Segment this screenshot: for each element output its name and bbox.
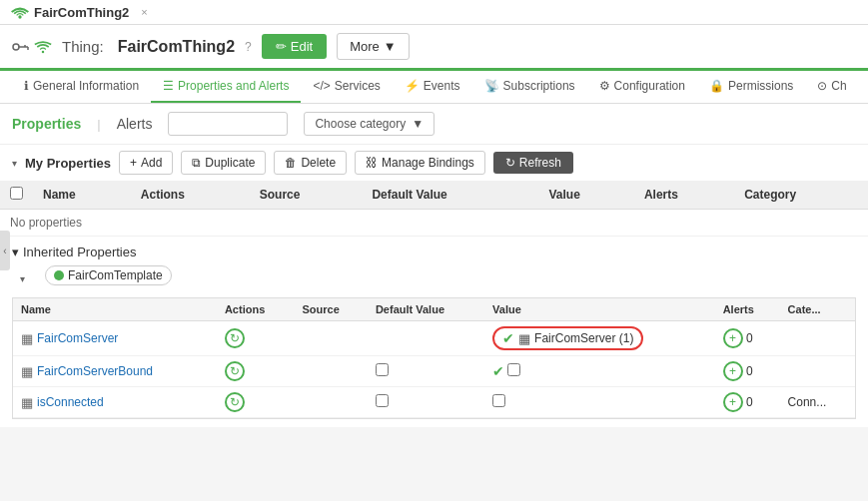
delete-icon: 🗑 [285, 156, 297, 170]
row-name-link[interactable]: ▦ isConnected [21, 395, 209, 410]
add-alert-icon[interactable]: + [723, 392, 743, 412]
my-properties-section-header: ▾ My Properties + Add ⧉ Duplicate 🗑 Dele… [0, 145, 868, 181]
add-alert-icon[interactable]: + [723, 361, 743, 381]
tab-properties-label: Properties and Alerts [178, 79, 289, 93]
template-dot-icon [54, 270, 64, 280]
tab-permissions[interactable]: 🔒 Permissions [697, 71, 805, 103]
action-refresh-icon[interactable]: ↻ [225, 392, 245, 412]
row-name-link[interactable]: ▦ FairComServerBound [21, 364, 209, 379]
search-input[interactable] [168, 112, 288, 136]
subscriptions-icon: 📡 [484, 79, 499, 93]
table-row: ▦ FairComServerBound ↻✔ + 0 [13, 356, 855, 387]
edit-button[interactable]: ✏ Edit [262, 34, 327, 59]
add-label: Add [141, 156, 162, 170]
row-name-cell: ▦ isConnected [13, 387, 217, 418]
properties-tab-label[interactable]: Properties [12, 116, 81, 132]
table-row: ▦ FairComServer ↻ ✔ ▦ FairComServer (1) … [13, 321, 855, 356]
inherited-table-wrapper: Name Actions Source Default Value Value … [12, 297, 856, 419]
col-actions-header: Actions [131, 181, 250, 210]
row-actions-cell: ↻ [217, 356, 295, 387]
value-checkbox[interactable] [507, 363, 520, 376]
inner-col-name-header: Name [13, 298, 217, 321]
row-source-cell [295, 356, 368, 387]
inherited-chevron-icon[interactable]: ▾ [12, 245, 19, 259]
inner-col-actions-header: Actions [217, 298, 295, 321]
col-category-header: Category [734, 181, 868, 210]
manage-bindings-button[interactable]: ⛓ Manage Bindings [355, 151, 485, 175]
tab-subscriptions[interactable]: 📡 Subscriptions [472, 71, 587, 103]
row-name-text[interactable]: isConnected [37, 395, 104, 409]
tab-general[interactable]: ℹ General Information [12, 71, 151, 103]
value-checkbox[interactable] [492, 394, 505, 407]
my-properties-chevron-icon[interactable]: ▾ [12, 158, 17, 169]
row-name-text[interactable]: FairComServer [37, 331, 118, 345]
manage-bindings-icon: ⛓ [366, 156, 378, 170]
manage-bindings-label: Manage Bindings [382, 156, 474, 170]
category-dropdown[interactable]: Choose category ▼ [304, 112, 434, 136]
tab-services-label: Services [335, 79, 381, 93]
tab-configuration[interactable]: ⚙ Configuration [587, 71, 697, 103]
col-default-value-header: Default Value [362, 181, 538, 210]
row-alerts-cell: + 0 [715, 387, 780, 418]
general-icon: ℹ [24, 79, 29, 93]
add-alert-icon[interactable]: + [723, 328, 743, 348]
main-content: Properties | Alerts Choose category ▼ ▾ … [0, 104, 868, 427]
select-all-checkbox[interactable] [10, 187, 23, 200]
template-badge[interactable]: FairComTemplate [45, 265, 172, 285]
services-icon: </> [313, 79, 330, 93]
left-collapse-arrow[interactable]: ‹ [0, 231, 10, 270]
duplicate-button[interactable]: ⧉ Duplicate [181, 151, 266, 175]
my-properties-title: My Properties [25, 156, 111, 171]
delete-button[interactable]: 🗑 Delete [274, 151, 347, 175]
more-label: More [350, 39, 380, 54]
check-icon: ✔ [492, 363, 504, 379]
tab-properties[interactable]: ☰ Properties and Alerts [151, 71, 301, 103]
tab-services[interactable]: </> Services [301, 71, 392, 103]
tab-events[interactable]: ⚡ Events [393, 71, 472, 103]
default-value-checkbox[interactable] [376, 363, 389, 376]
value-text: FairComServer (1) [534, 331, 633, 345]
col-alerts-header: Alerts [634, 181, 734, 210]
inherited-properties-section: ▾ Inherited Properties ▾ FairComTemplate… [0, 237, 868, 427]
template-name: FairComTemplate [68, 268, 163, 282]
help-icon[interactable]: ? [245, 40, 252, 54]
grid-icon: ▦ [21, 395, 33, 410]
row-alerts-cell: + 0 [715, 356, 780, 387]
alert-count: 0 [746, 395, 753, 409]
more-button[interactable]: More ▼ [337, 33, 410, 60]
row-name-link[interactable]: ▦ FairComServer [21, 331, 209, 346]
row-category-cell: Conn... [780, 387, 855, 418]
action-refresh-icon[interactable]: ↻ [225, 361, 245, 381]
category-dropdown-label: Choose category [315, 117, 406, 131]
refresh-icon: ↻ [505, 156, 515, 170]
grid-icon: ▦ [21, 364, 33, 379]
add-button[interactable]: + Add [119, 151, 173, 175]
col-value-header: Value [539, 181, 634, 210]
row-default-value-cell [368, 387, 484, 418]
thing-type-icon [12, 40, 52, 54]
col-source-header: Source [250, 181, 363, 210]
row-name-text[interactable]: FairComServerBound [37, 364, 153, 378]
no-properties-text: No properties [0, 210, 868, 237]
inherited-properties-title-row: ▾ Inherited Properties [12, 245, 856, 259]
tab-general-label: General Information [33, 79, 139, 93]
default-value-checkbox[interactable] [376, 394, 389, 407]
row-source-cell [295, 321, 368, 356]
inherited-chevron-2-icon[interactable]: ▾ [20, 273, 25, 284]
row-value-cell: ✔ [484, 356, 715, 387]
col-name-header: Name [33, 181, 131, 210]
tab-ch[interactable]: ⊙ Ch [805, 71, 858, 103]
alerts-tab-label[interactable]: Alerts [117, 116, 153, 132]
grid-icon: ▦ [21, 331, 33, 346]
tab-subscriptions-label: Subscriptions [503, 79, 575, 93]
inner-col-source-header: Source [295, 298, 368, 321]
refresh-button[interactable]: ↻ Refresh [493, 152, 573, 174]
row-name-cell: ▦ FairComServer [13, 321, 217, 356]
thing-name: FairComThing2 [118, 38, 235, 56]
ch-icon: ⊙ [817, 79, 827, 93]
add-icon: + [130, 156, 137, 170]
action-refresh-icon[interactable]: ↻ [225, 328, 245, 348]
alert-count: 0 [746, 331, 753, 345]
row-default-value-cell [368, 321, 484, 356]
window-close-button[interactable]: × [141, 6, 147, 18]
